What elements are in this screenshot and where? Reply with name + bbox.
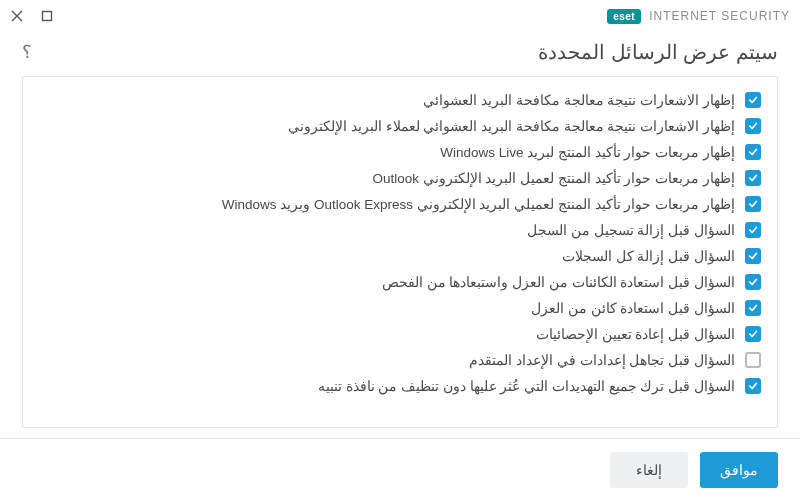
option-row: السؤال قبل ترك جميع التهديدات التي عُثر … (37, 373, 763, 399)
options-list[interactable]: إظهار الاشعارات نتيجة معالجة مكافحة البر… (22, 76, 778, 428)
help-icon[interactable]: ؟ (22, 41, 32, 63)
option-row: السؤال قبل استعادة كائن من العزل (37, 295, 763, 321)
option-row: إظهار مربعات حوار تأكيد المنتج لعميل الب… (37, 165, 763, 191)
option-row: السؤال قبل استعادة الكائنات من العزل واس… (37, 269, 763, 295)
brand-badge: eset (607, 9, 641, 24)
option-row: السؤال قبل إزالة كل السجلات (37, 243, 763, 269)
option-label: السؤال قبل استعادة الكائنات من العزل واس… (382, 274, 735, 290)
option-row: إظهار مربعات حوار تأكيد المنتج لعميلي ال… (37, 191, 763, 217)
cancel-button[interactable]: إلغاء (610, 452, 688, 488)
page-title: سيتم عرض الرسائل المحددة (538, 40, 778, 64)
checkbox[interactable] (745, 352, 761, 368)
option-label: إظهار مربعات حوار تأكيد المنتج لعميلي ال… (222, 196, 735, 212)
svg-rect-0 (43, 12, 52, 21)
option-row: السؤال قبل إزالة تسجيل من السجل (37, 217, 763, 243)
ok-button[interactable]: موافق (700, 452, 778, 488)
checkbox[interactable] (745, 300, 761, 316)
option-label: إظهار الاشعارات نتيجة معالجة مكافحة البر… (423, 92, 735, 108)
option-label: إظهار مربعات حوار تأكيد المنتج لعميل الب… (372, 170, 735, 186)
checkbox[interactable] (745, 144, 761, 160)
header: سيتم عرض الرسائل المحددة ؟ (0, 32, 800, 76)
option-label: السؤال قبل تجاهل إعدادات في الإعداد المت… (469, 352, 735, 368)
checkbox[interactable] (745, 248, 761, 264)
checkbox[interactable] (745, 170, 761, 186)
footer: موافق إلغاء (0, 438, 800, 500)
option-row: إظهار الاشعارات نتيجة معالجة مكافحة البر… (37, 87, 763, 113)
checkbox[interactable] (745, 222, 761, 238)
checkbox[interactable] (745, 274, 761, 290)
option-label: السؤال قبل استعادة كائن من العزل (531, 300, 735, 316)
checkbox[interactable] (745, 378, 761, 394)
option-label: إظهار مربعات حوار تأكيد المنتج لبريد Win… (440, 144, 735, 160)
maximize-icon[interactable] (40, 9, 54, 23)
checkbox[interactable] (745, 326, 761, 342)
option-label: السؤال قبل إعادة تعيين الإحصائيات (536, 326, 735, 342)
window-controls (10, 9, 54, 23)
close-icon[interactable] (10, 9, 24, 23)
option-row: إظهار مربعات حوار تأكيد المنتج لبريد Win… (37, 139, 763, 165)
option-label: السؤال قبل إزالة كل السجلات (562, 248, 735, 264)
brand: eset INTERNET SECURITY (607, 9, 790, 24)
checkbox[interactable] (745, 92, 761, 108)
checkbox[interactable] (745, 118, 761, 134)
option-label: السؤال قبل إزالة تسجيل من السجل (527, 222, 735, 238)
checkbox[interactable] (745, 196, 761, 212)
brand-product: INTERNET SECURITY (649, 9, 790, 23)
option-row: إظهار الاشعارات نتيجة معالجة مكافحة البر… (37, 113, 763, 139)
option-label: السؤال قبل ترك جميع التهديدات التي عُثر … (318, 378, 735, 394)
option-label: إظهار الاشعارات نتيجة معالجة مكافحة البر… (288, 118, 735, 134)
option-row: السؤال قبل إعادة تعيين الإحصائيات (37, 321, 763, 347)
option-row: السؤال قبل تجاهل إعدادات في الإعداد المت… (37, 347, 763, 373)
titlebar: eset INTERNET SECURITY (0, 0, 800, 32)
